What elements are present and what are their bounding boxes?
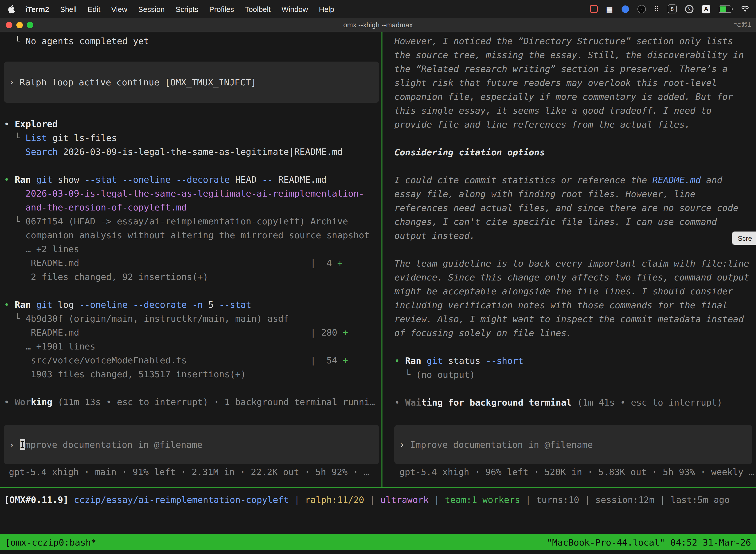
left-status-line: gpt-5.4 xhigh · main · 91% left · 2.31M … — [4, 465, 381, 479]
terminal-line — [394, 340, 752, 354]
terminal-line: the source tree, missing the essay. Stil… — [394, 48, 752, 62]
ralph-loop-banner: › Ralph loop active continue [OMX_TMUX_I… — [4, 62, 379, 103]
terminal-line: … +1901 lines — [4, 340, 381, 353]
terminal-line — [4, 159, 381, 173]
terminal-line: • Ran git log --oneline --decorate -n 5 … — [4, 298, 381, 312]
terminal-line: this single essay, it seems like a good … — [394, 104, 752, 118]
terminal-line: 2 files changed, 92 insertions(+) — [4, 270, 381, 284]
terminal-line: • Explored — [4, 117, 381, 131]
terminal-line: changes, I can't cite specific file line… — [394, 215, 752, 229]
menu-item-view[interactable]: View — [106, 5, 133, 13]
menu-item-scripts[interactable]: Scripts — [170, 5, 204, 13]
terminal-line: README.md| 280 + — [4, 326, 381, 340]
terminal-line: Considering citation options — [394, 146, 752, 159]
grid-app-icon[interactable]: ▦ — [606, 5, 613, 13]
terminal-line — [4, 381, 381, 395]
terminal-line — [394, 131, 752, 146]
terminal-line: companion file, especially if more comme… — [394, 90, 752, 104]
terminal-line: The team guideline is to back every impo… — [394, 257, 752, 271]
terminal-line: essay file, along with finding root file… — [394, 187, 752, 201]
terminal-line: Search 2026-03-09-is-legal-the-same-as-l… — [4, 145, 381, 159]
terminal-line: • Ran git show --stat --oneline --decora… — [4, 173, 381, 187]
pane-right: However, I noticed the “Directory Struct… — [382, 32, 756, 487]
wifi-icon[interactable] — [741, 6, 749, 12]
dots-grid-icon[interactable]: ⠿ — [654, 5, 659, 12]
terminal-line: └ List git ls-files — [4, 131, 381, 145]
terminal-line: and-the-erosion-of-copyleft.md — [4, 201, 381, 214]
terminal-line: src/voice/voiceModeEnabled.ts| 54 + — [4, 353, 381, 367]
terminal-line: slight risk that future readers may over… — [394, 76, 752, 90]
terminal-line: including verification notes with those … — [394, 298, 752, 312]
terminal-line: the “Related research writing” section i… — [394, 62, 752, 76]
terminal-line: references need actual files, and since … — [394, 201, 752, 215]
dark-app-icon[interactable]: · — [637, 5, 646, 13]
terminal-line: └ 4b9d30f (origin/main, instructkr/main,… — [4, 312, 381, 326]
key-app-icon[interactable]: 8 — [668, 4, 677, 13]
terminal-line: └ 067f154 (HEAD -> essay/ai-reimplementa… — [4, 214, 381, 228]
terminal-line — [394, 243, 752, 257]
terminal-line: • Working (11m 13s • esc to interrupt) ·… — [4, 395, 381, 409]
terminal-line: 2026-03-09-is-legal-the-same-as-legitima… — [4, 187, 381, 201]
menu-item-shell[interactable]: Shell — [55, 5, 82, 13]
terminal-line: might be acceptable alongside the file l… — [394, 284, 752, 298]
terminal-line: 1903 files changed, 513517 insertions(+) — [4, 367, 381, 381]
terminal-line — [394, 382, 752, 396]
terminal-line: evidence. Since this change only affects… — [394, 271, 752, 284]
tmux-session-label: [omx-cczip0:bash* — [5, 537, 96, 547]
terminal-line: output instead. — [394, 229, 752, 243]
terminal-line: └ No agents completed yet — [4, 34, 381, 48]
tmux-host-label: "MacBook-Pro-44.local" 04:52 31-Mar-26 — [547, 537, 751, 547]
right-status-line: gpt-5.4 xhigh · 96% left · 520K in · 5.8… — [394, 465, 752, 479]
gauge-icon[interactable]: .61 — [685, 5, 693, 13]
menu-item-edit[interactable]: Edit — [82, 5, 106, 13]
terminal-line: • Waiting for background terminal (1m 41… — [394, 396, 752, 409]
window-shortcut: ⌥⌘1 — [734, 18, 751, 32]
menu-item-help[interactable]: Help — [314, 5, 340, 13]
terminal-line: README.md| 4 + — [4, 256, 381, 270]
terminal-line: • Ran git status --short — [394, 354, 752, 368]
apple-menu-icon[interactable] — [7, 5, 20, 13]
terminal-line: … +2 lines — [4, 242, 381, 256]
screen: iTerm2 ShellEditViewSessionScriptsProfil… — [0, 0, 756, 554]
menu-item-profiles[interactable]: Profiles — [204, 5, 240, 13]
blue-app-icon[interactable] — [621, 5, 629, 13]
menu-item-toolbelt[interactable]: Toolbelt — [240, 5, 276, 13]
window-title: omx --xhigh --madmax — [0, 18, 756, 32]
terminal-line — [4, 284, 381, 298]
tmux-status-bar: [omx-cczip0:bash* "MacBook-Pro-44.local"… — [0, 534, 756, 550]
menu-item-session[interactable]: Session — [133, 5, 170, 13]
pane-left: └ No agents completed yet › Ralph loop a… — [0, 32, 381, 487]
screen-recording-icon[interactable] — [589, 5, 597, 13]
pane-divider-horizontal — [0, 487, 756, 488]
terminal-line: provide file and line references from th… — [394, 118, 752, 131]
omx-status-bar: [OMX#0.11.9] cczip/essay/ai-reimplementa… — [4, 493, 756, 507]
menu-item-window[interactable]: Window — [276, 5, 314, 13]
left-input-box[interactable]: › Improve documentation in @filename — [4, 425, 379, 464]
terminal-line: companion analysis without altering the … — [4, 228, 381, 242]
screenshot-toast[interactable]: Scre — [732, 231, 756, 245]
menu-item-iterm2[interactable]: iTerm2 — [20, 5, 55, 13]
terminal-line: └ (no output) — [394, 368, 752, 382]
terminal-line: of focusing solely on file lines. — [394, 326, 752, 340]
terminal-line — [394, 159, 752, 173]
input-source-icon[interactable]: A — [702, 5, 710, 13]
title-bar: omx --xhigh --madmax ⌥⌘1 — [0, 18, 756, 32]
battery-icon[interactable] — [719, 5, 733, 13]
right-input-box[interactable]: › Improve documentation in @filename — [394, 425, 752, 464]
terminal-line: review. Also, I might want to inspect th… — [394, 312, 752, 326]
terminal-line: I could cite commit statistics or refere… — [394, 173, 752, 187]
terminal: └ No agents completed yet › Ralph loop a… — [0, 32, 756, 487]
menu-bar: iTerm2 ShellEditViewSessionScriptsProfil… — [0, 0, 756, 18]
terminal-line: However, I noticed the “Directory Struct… — [394, 34, 752, 48]
